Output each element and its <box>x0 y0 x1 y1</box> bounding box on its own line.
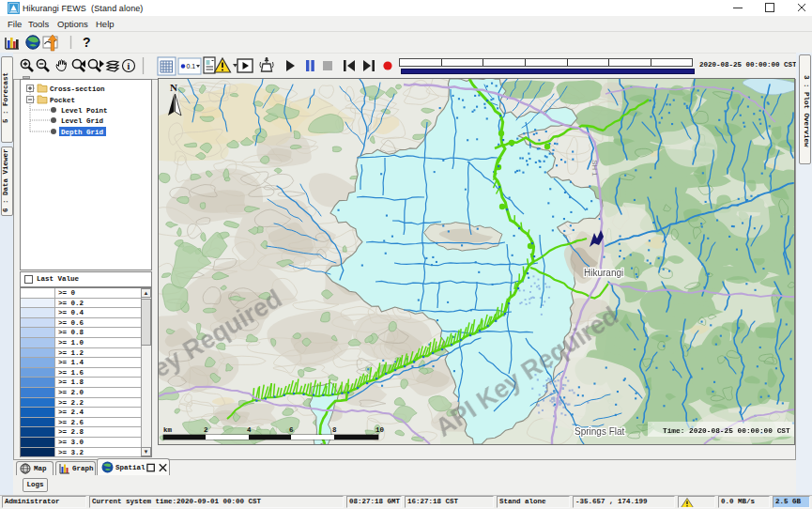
svg-text:Hikurangi: Hikurangi <box>584 268 623 278</box>
svg-text:10: 10 <box>375 426 385 434</box>
svg-text:8: 8 <box>332 426 337 434</box>
svg-text:Cross-section: Cross-section <box>50 85 105 93</box>
svg-text:0.1: 0.1 <box>187 63 196 69</box>
svg-text:?: ? <box>83 35 91 50</box>
svg-text:Level Grid: Level Grid <box>61 117 103 125</box>
svg-text:4: 4 <box>247 426 252 434</box>
svg-text:N: N <box>170 82 177 93</box>
svg-text:Time: 2020-08-25 00:00:00 CST: Time: 2020-08-25 00:00:00 CST <box>663 427 790 435</box>
svg-text:km: km <box>163 426 173 434</box>
svg-text:Springs Flat: Springs Flat <box>575 426 625 437</box>
svg-text:Depth Grid: Depth Grid <box>61 129 103 136</box>
svg-text:2: 2 <box>204 426 208 434</box>
svg-text:SH 1: SH 1 <box>590 160 599 177</box>
svg-text:Level Point: Level Point <box>61 107 108 115</box>
svg-text:i: i <box>127 61 130 71</box>
svg-text:6: 6 <box>289 426 294 434</box>
svg-text:Pocket: Pocket <box>50 97 75 104</box>
